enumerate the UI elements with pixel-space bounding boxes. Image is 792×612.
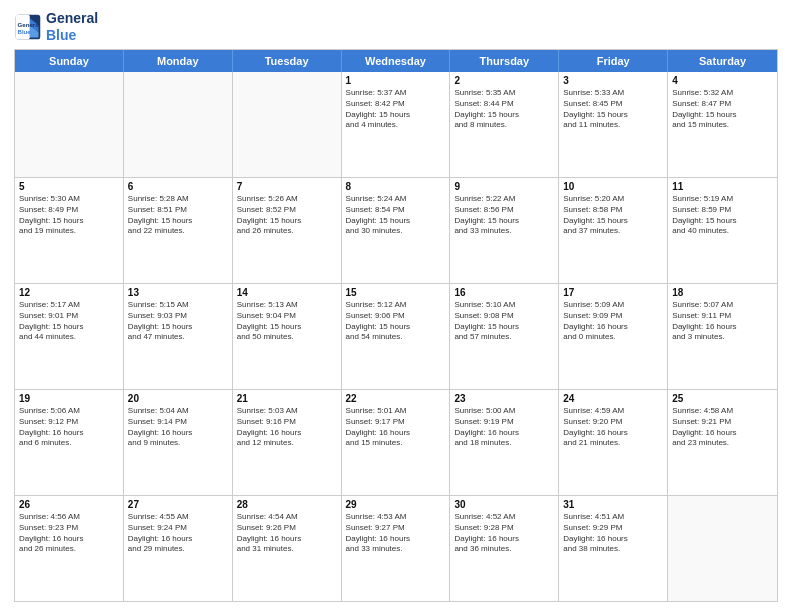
cell-info: Sunrise: 5:33 AM Sunset: 8:45 PM Dayligh… <box>563 88 663 131</box>
header-day-thursday: Thursday <box>450 50 559 72</box>
cell-info: Sunrise: 5:19 AM Sunset: 8:59 PM Dayligh… <box>672 194 773 237</box>
week-row-2: 5Sunrise: 5:30 AM Sunset: 8:49 PM Daylig… <box>15 177 777 283</box>
cell-info: Sunrise: 5:22 AM Sunset: 8:56 PM Dayligh… <box>454 194 554 237</box>
day-number: 19 <box>19 393 119 404</box>
cell-info: Sunrise: 4:58 AM Sunset: 9:21 PM Dayligh… <box>672 406 773 449</box>
cell-info: Sunrise: 5:28 AM Sunset: 8:51 PM Dayligh… <box>128 194 228 237</box>
cal-cell-1: 1Sunrise: 5:37 AM Sunset: 8:42 PM Daylig… <box>342 72 451 177</box>
cell-info: Sunrise: 5:06 AM Sunset: 9:12 PM Dayligh… <box>19 406 119 449</box>
cell-info: Sunrise: 4:52 AM Sunset: 9:28 PM Dayligh… <box>454 512 554 555</box>
day-number: 10 <box>563 181 663 192</box>
cal-cell-15: 15Sunrise: 5:12 AM Sunset: 9:06 PM Dayli… <box>342 284 451 389</box>
cell-info: Sunrise: 5:24 AM Sunset: 8:54 PM Dayligh… <box>346 194 446 237</box>
week-row-3: 12Sunrise: 5:17 AM Sunset: 9:01 PM Dayli… <box>15 283 777 389</box>
day-number: 6 <box>128 181 228 192</box>
cal-cell-24: 24Sunrise: 4:59 AM Sunset: 9:20 PM Dayli… <box>559 390 668 495</box>
day-number: 1 <box>346 75 446 86</box>
cal-cell-30: 30Sunrise: 4:52 AM Sunset: 9:28 PM Dayli… <box>450 496 559 601</box>
svg-text:General: General <box>18 21 41 28</box>
day-number: 24 <box>563 393 663 404</box>
cal-cell-5: 5Sunrise: 5:30 AM Sunset: 8:49 PM Daylig… <box>15 178 124 283</box>
cal-cell-13: 13Sunrise: 5:15 AM Sunset: 9:03 PM Dayli… <box>124 284 233 389</box>
day-number: 14 <box>237 287 337 298</box>
day-number: 11 <box>672 181 773 192</box>
week-row-1: 1Sunrise: 5:37 AM Sunset: 8:42 PM Daylig… <box>15 72 777 177</box>
cell-info: Sunrise: 5:01 AM Sunset: 9:17 PM Dayligh… <box>346 406 446 449</box>
cal-cell-8: 8Sunrise: 5:24 AM Sunset: 8:54 PM Daylig… <box>342 178 451 283</box>
cell-info: Sunrise: 5:17 AM Sunset: 9:01 PM Dayligh… <box>19 300 119 343</box>
header-day-friday: Friday <box>559 50 668 72</box>
day-number: 20 <box>128 393 228 404</box>
cell-info: Sunrise: 5:26 AM Sunset: 8:52 PM Dayligh… <box>237 194 337 237</box>
day-number: 15 <box>346 287 446 298</box>
cell-info: Sunrise: 5:32 AM Sunset: 8:47 PM Dayligh… <box>672 88 773 131</box>
day-number: 28 <box>237 499 337 510</box>
cal-cell-empty-0-0 <box>15 72 124 177</box>
day-number: 17 <box>563 287 663 298</box>
cal-cell-17: 17Sunrise: 5:09 AM Sunset: 9:09 PM Dayli… <box>559 284 668 389</box>
calendar-header-row: SundayMondayTuesdayWednesdayThursdayFrid… <box>15 50 777 72</box>
cell-info: Sunrise: 5:04 AM Sunset: 9:14 PM Dayligh… <box>128 406 228 449</box>
day-number: 30 <box>454 499 554 510</box>
day-number: 29 <box>346 499 446 510</box>
logo-icon: General Blue <box>14 13 42 41</box>
cell-info: Sunrise: 4:54 AM Sunset: 9:26 PM Dayligh… <box>237 512 337 555</box>
svg-text:Blue: Blue <box>18 28 32 35</box>
cal-cell-11: 11Sunrise: 5:19 AM Sunset: 8:59 PM Dayli… <box>668 178 777 283</box>
cal-cell-3: 3Sunrise: 5:33 AM Sunset: 8:45 PM Daylig… <box>559 72 668 177</box>
day-number: 18 <box>672 287 773 298</box>
day-number: 25 <box>672 393 773 404</box>
cal-cell-14: 14Sunrise: 5:13 AM Sunset: 9:04 PM Dayli… <box>233 284 342 389</box>
day-number: 2 <box>454 75 554 86</box>
day-number: 22 <box>346 393 446 404</box>
cal-cell-23: 23Sunrise: 5:00 AM Sunset: 9:19 PM Dayli… <box>450 390 559 495</box>
cal-cell-4: 4Sunrise: 5:32 AM Sunset: 8:47 PM Daylig… <box>668 72 777 177</box>
day-number: 31 <box>563 499 663 510</box>
cal-cell-25: 25Sunrise: 4:58 AM Sunset: 9:21 PM Dayli… <box>668 390 777 495</box>
day-number: 13 <box>128 287 228 298</box>
cell-info: Sunrise: 4:51 AM Sunset: 9:29 PM Dayligh… <box>563 512 663 555</box>
week-row-4: 19Sunrise: 5:06 AM Sunset: 9:12 PM Dayli… <box>15 389 777 495</box>
cal-cell-empty-4-6 <box>668 496 777 601</box>
cell-info: Sunrise: 5:03 AM Sunset: 9:16 PM Dayligh… <box>237 406 337 449</box>
cell-info: Sunrise: 5:10 AM Sunset: 9:08 PM Dayligh… <box>454 300 554 343</box>
cal-cell-empty-0-1 <box>124 72 233 177</box>
cal-cell-2: 2Sunrise: 5:35 AM Sunset: 8:44 PM Daylig… <box>450 72 559 177</box>
day-number: 3 <box>563 75 663 86</box>
day-number: 16 <box>454 287 554 298</box>
cell-info: Sunrise: 4:56 AM Sunset: 9:23 PM Dayligh… <box>19 512 119 555</box>
page: General Blue GeneralBlue SundayMondayTue… <box>0 0 792 612</box>
cal-cell-6: 6Sunrise: 5:28 AM Sunset: 8:51 PM Daylig… <box>124 178 233 283</box>
cal-cell-empty-0-2 <box>233 72 342 177</box>
day-number: 26 <box>19 499 119 510</box>
header-day-monday: Monday <box>124 50 233 72</box>
cell-info: Sunrise: 5:12 AM Sunset: 9:06 PM Dayligh… <box>346 300 446 343</box>
day-number: 27 <box>128 499 228 510</box>
cell-info: Sunrise: 5:35 AM Sunset: 8:44 PM Dayligh… <box>454 88 554 131</box>
week-row-5: 26Sunrise: 4:56 AM Sunset: 9:23 PM Dayli… <box>15 495 777 601</box>
header-day-wednesday: Wednesday <box>342 50 451 72</box>
day-number: 9 <box>454 181 554 192</box>
cal-cell-10: 10Sunrise: 5:20 AM Sunset: 8:58 PM Dayli… <box>559 178 668 283</box>
cell-info: Sunrise: 5:13 AM Sunset: 9:04 PM Dayligh… <box>237 300 337 343</box>
cal-cell-26: 26Sunrise: 4:56 AM Sunset: 9:23 PM Dayli… <box>15 496 124 601</box>
cal-cell-7: 7Sunrise: 5:26 AM Sunset: 8:52 PM Daylig… <box>233 178 342 283</box>
header-day-saturday: Saturday <box>668 50 777 72</box>
cal-cell-22: 22Sunrise: 5:01 AM Sunset: 9:17 PM Dayli… <box>342 390 451 495</box>
cal-cell-31: 31Sunrise: 4:51 AM Sunset: 9:29 PM Dayli… <box>559 496 668 601</box>
cell-info: Sunrise: 4:55 AM Sunset: 9:24 PM Dayligh… <box>128 512 228 555</box>
logo-text: GeneralBlue <box>46 10 98 43</box>
cell-info: Sunrise: 5:07 AM Sunset: 9:11 PM Dayligh… <box>672 300 773 343</box>
cell-info: Sunrise: 5:00 AM Sunset: 9:19 PM Dayligh… <box>454 406 554 449</box>
cell-info: Sunrise: 5:15 AM Sunset: 9:03 PM Dayligh… <box>128 300 228 343</box>
day-number: 5 <box>19 181 119 192</box>
cell-info: Sunrise: 5:09 AM Sunset: 9:09 PM Dayligh… <box>563 300 663 343</box>
cal-cell-9: 9Sunrise: 5:22 AM Sunset: 8:56 PM Daylig… <box>450 178 559 283</box>
cal-cell-19: 19Sunrise: 5:06 AM Sunset: 9:12 PM Dayli… <box>15 390 124 495</box>
day-number: 7 <box>237 181 337 192</box>
cal-cell-27: 27Sunrise: 4:55 AM Sunset: 9:24 PM Dayli… <box>124 496 233 601</box>
header-day-tuesday: Tuesday <box>233 50 342 72</box>
cell-info: Sunrise: 4:53 AM Sunset: 9:27 PM Dayligh… <box>346 512 446 555</box>
calendar: SundayMondayTuesdayWednesdayThursdayFrid… <box>14 49 778 602</box>
cal-cell-18: 18Sunrise: 5:07 AM Sunset: 9:11 PM Dayli… <box>668 284 777 389</box>
